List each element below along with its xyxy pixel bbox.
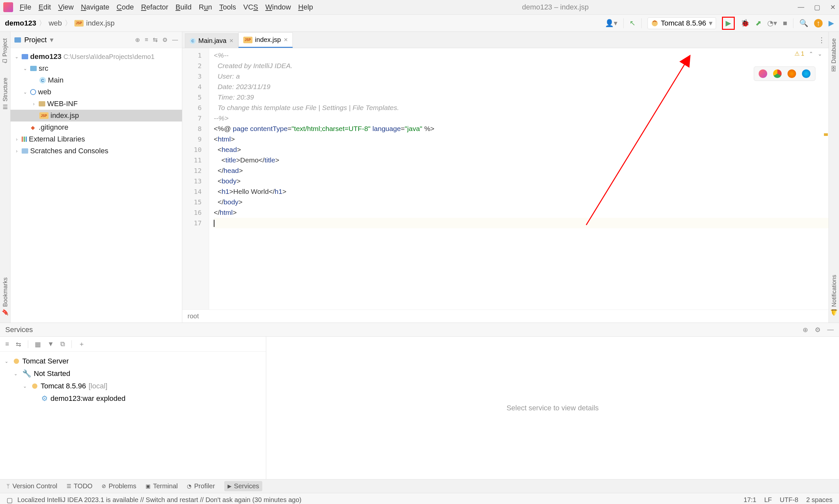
tool-notifications-tab[interactable]: 🔔Notifications (831, 275, 838, 316)
profiler-button[interactable]: ◔▾ (767, 19, 777, 28)
main-menu: File Edit View Navigate Code Refactor Bu… (20, 3, 313, 12)
editor-breadcrumb[interactable]: root (182, 309, 828, 323)
editor-tab-mainjava[interactable]: C Main.java ✕ (185, 33, 238, 48)
tree-node-web[interactable]: ⌄ web (11, 86, 182, 98)
status-message[interactable]: Localized IntelliJ IDEA 2023.1 is availa… (17, 496, 302, 504)
menu-file[interactable]: File (20, 3, 31, 12)
menu-refactor[interactable]: Refactor (141, 3, 168, 12)
breadcrumb-file[interactable]: index.jsp (86, 19, 115, 28)
menu-run[interactable]: Run (199, 3, 212, 12)
menu-help[interactable]: Help (298, 3, 313, 12)
tool-version-control-tab[interactable]: ᛘVersion Control (6, 482, 57, 490)
editor-tabs-menu-icon[interactable]: ⋮ (815, 33, 828, 48)
service-node-tomcat-server[interactable]: ⌄ Tomcat Server (0, 355, 266, 367)
bottom-tool-bar: ᛘVersion Control ☰TODO ⊘Problems ▣Termin… (0, 479, 839, 493)
breadcrumb-project[interactable]: demo123 (5, 19, 36, 28)
window-maximize[interactable]: ▢ (814, 3, 820, 11)
tool-profiler-tab[interactable]: ◔Profiler (187, 482, 215, 490)
panel-hide-icon[interactable]: — (172, 36, 178, 43)
add-config-icon[interactable]: 👤▾ (605, 19, 617, 28)
layout-icon[interactable]: ⧉ (60, 340, 65, 348)
back-arrow-icon[interactable]: ↖ (630, 19, 635, 28)
menu-tools[interactable]: Tools (219, 3, 236, 12)
collapse-all-icon[interactable]: ⇆ (153, 36, 158, 43)
project-tree[interactable]: ⌄ demo123 C:\Users\a\IdeaProjects\demo1 … (11, 48, 182, 323)
services-target-icon[interactable]: ⊕ (803, 326, 808, 334)
update-icon[interactable]: ↑ (814, 19, 823, 28)
filter-icon[interactable]: ▼ (48, 340, 54, 348)
breadcrumb-folder[interactable]: web (49, 19, 62, 28)
next-highlight-icon[interactable]: ⌄ (818, 51, 822, 57)
firefox-icon[interactable] (788, 69, 796, 78)
tree-node-scratches[interactable]: › Scratches and Consoles (11, 145, 182, 157)
tree-node-webinf[interactable]: › WEB-INF (11, 98, 182, 110)
tool-bookmarks-tab[interactable]: 🔖Bookmarks (2, 277, 9, 316)
tree-node-src[interactable]: ⌄ src (11, 62, 182, 74)
ide-play-icon[interactable]: ▶ (828, 19, 834, 28)
tree-node-external-libraries[interactable]: › External Libraries (11, 133, 182, 145)
window-close[interactable]: ✕ (830, 3, 836, 11)
prev-highlight-icon[interactable]: ⌃ (809, 51, 813, 57)
status-caret[interactable]: 17:1 (743, 496, 756, 504)
tool-services-tab[interactable]: ▶Services (224, 481, 263, 491)
service-node-artifact[interactable]: ⚙ demo123:war exploded (0, 392, 266, 405)
status-window-icon[interactable]: ▢ (6, 496, 13, 504)
tool-terminal-tab[interactable]: ▣Terminal (145, 482, 178, 490)
services-settings-icon[interactable]: ⚙ (815, 326, 821, 334)
tool-problems-tab[interactable]: ⊘Problems (102, 482, 136, 490)
close-tab-icon[interactable]: ✕ (284, 37, 288, 43)
chrome-icon[interactable] (773, 69, 782, 78)
tool-project-tab[interactable]: 🗀Project (2, 38, 8, 65)
project-view-icon (14, 37, 21, 42)
window-minimize[interactable]: — (798, 3, 804, 11)
run-button[interactable]: ▶ (725, 19, 731, 27)
intellij-browser-icon[interactable] (759, 69, 767, 78)
menu-window[interactable]: Window (265, 3, 291, 12)
menu-vcs[interactable]: VCS (243, 3, 258, 12)
jsp-file-icon: JSP (39, 112, 49, 119)
status-indent[interactable]: 2 spaces (806, 496, 833, 504)
project-view-dropdown[interactable]: ▾ (50, 36, 53, 44)
editor-tab-indexjsp[interactable]: JSP index.jsp ✕ (238, 32, 293, 48)
add-service-icon[interactable]: ＋ (79, 340, 85, 348)
menu-view[interactable]: View (58, 3, 73, 12)
service-node-tomcat-config[interactable]: ⌄ Tomcat 8.5.96 [local] (0, 380, 266, 392)
svg-point-2 (14, 359, 19, 364)
services-tree[interactable]: ⌄ Tomcat Server ⌄ 🔧 Not Started ⌄ Tomcat… (0, 352, 266, 408)
warning-marker[interactable] (824, 133, 828, 136)
status-line-separator[interactable]: LF (764, 496, 772, 504)
error-stripe[interactable] (823, 48, 828, 309)
status-encoding[interactable]: UTF-8 (780, 496, 798, 504)
panel-settings-icon[interactable]: ⚙ (162, 36, 168, 43)
tree-node-indexjsp[interactable]: JSP index.jsp (11, 110, 182, 122)
stop-button[interactable]: ■ (783, 19, 787, 28)
coverage-button[interactable]: ⬈ (755, 19, 761, 28)
tree-node-project-root[interactable]: ⌄ demo123 C:\Users\a\IdeaProjects\demo1 (11, 51, 182, 62)
warnings-indicator[interactable]: ⚠ 1 (794, 50, 804, 57)
menu-edit[interactable]: Edit (38, 3, 51, 12)
group-icon[interactable]: ▦ (35, 340, 41, 348)
code-area[interactable]: <%-- Created by IntelliJ IDEA. User: a D… (209, 48, 828, 309)
debug-button[interactable]: 🐞 (741, 19, 750, 28)
gutter[interactable]: 1234 5678 9101112 13141516 17 (182, 48, 209, 309)
search-everywhere-icon[interactable]: 🔍 (799, 19, 808, 28)
services-hide-icon[interactable]: — (827, 326, 834, 334)
collapse-icon[interactable]: ⇆ (16, 340, 21, 348)
git-icon: ◆ (31, 124, 37, 130)
expand-icon[interactable]: ≡ (5, 340, 9, 348)
editor-body[interactable]: 1234 5678 9101112 13141516 17 <%-- Creat… (182, 48, 828, 309)
edge-icon[interactable] (802, 69, 810, 78)
tree-node-gitignore[interactable]: ◆ .gitignore (11, 122, 182, 133)
tool-database-tab[interactable]: 🗄Database (831, 38, 837, 71)
menu-code[interactable]: Code (117, 3, 134, 12)
tree-node-main-class[interactable]: C Main (11, 74, 182, 86)
run-configuration-selector[interactable]: Tomcat 8.5.96 ▾ (648, 17, 716, 29)
tool-todo-tab[interactable]: ☰TODO (67, 482, 92, 490)
tool-structure-tab[interactable]: ☰Structure (2, 78, 9, 110)
close-tab-icon[interactable]: ✕ (229, 38, 234, 44)
expand-all-icon[interactable]: ≡ (144, 36, 148, 43)
service-node-not-started[interactable]: ⌄ 🔧 Not Started (0, 367, 266, 380)
menu-build[interactable]: Build (175, 3, 191, 12)
select-opened-file-icon[interactable]: ⊕ (135, 36, 140, 43)
menu-navigate[interactable]: Navigate (81, 3, 109, 12)
